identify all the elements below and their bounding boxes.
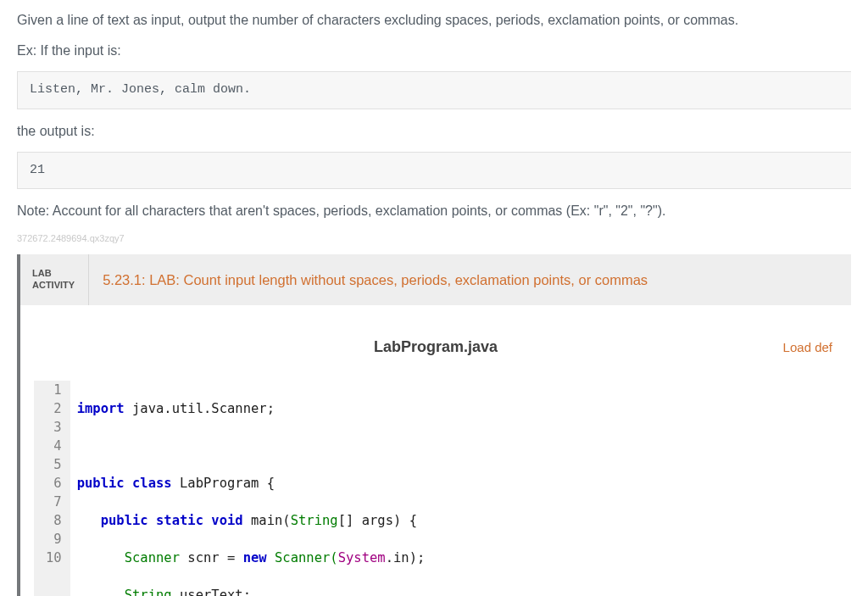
line-number-gutter: 1 2 3 4 5 6 7 8 9 10	[34, 381, 70, 596]
line-number: 4	[46, 437, 62, 455]
example-output-intro: the output is:	[17, 121, 851, 142]
line-number: 1	[46, 381, 62, 399]
line-number: 9	[46, 530, 62, 549]
lab-panel: LAB ACTIVITY 5.23.1: LAB: Count input le…	[17, 254, 851, 597]
editor-area: LabProgram.java Load def 1 2 3 4 5 6 7 8…	[20, 305, 851, 596]
line-number: 6	[46, 474, 62, 493]
lab-activity-badge: LAB ACTIVITY	[20, 254, 89, 306]
tracking-id: 372672.2489694.qx3zqy7	[17, 231, 851, 246]
lab-header: LAB ACTIVITY 5.23.1: LAB: Count input le…	[20, 254, 851, 306]
load-default-link[interactable]: Load def	[783, 340, 832, 354]
line-number: 5	[46, 455, 62, 474]
line-number: 3	[46, 418, 62, 437]
file-bar: LabProgram.java Load def	[34, 331, 837, 381]
code-editor[interactable]: 1 2 3 4 5 6 7 8 9 10 import java.util.Sc…	[34, 381, 837, 596]
lab-title: 5.23.1: LAB: Count input length without …	[89, 254, 851, 306]
line-number: 10	[46, 549, 62, 567]
line-number: 8	[46, 511, 62, 530]
badge-line1: LAB	[32, 268, 75, 280]
example-output-block: 21	[17, 152, 851, 190]
line-number: 7	[46, 493, 62, 511]
code-lines[interactable]: import java.util.Scanner; public class L…	[70, 381, 663, 596]
line-number: 2	[46, 399, 62, 418]
file-name: LabProgram.java	[374, 336, 498, 359]
problem-note: Note: Account for all characters that ar…	[17, 201, 851, 221]
badge-line2: ACTIVITY	[32, 280, 75, 292]
example-input-intro: Ex: If the input is:	[17, 41, 851, 61]
problem-description: Given a line of text as input, output th…	[17, 10, 851, 31]
example-input-block: Listen, Mr. Jones, calm down.	[17, 71, 851, 109]
